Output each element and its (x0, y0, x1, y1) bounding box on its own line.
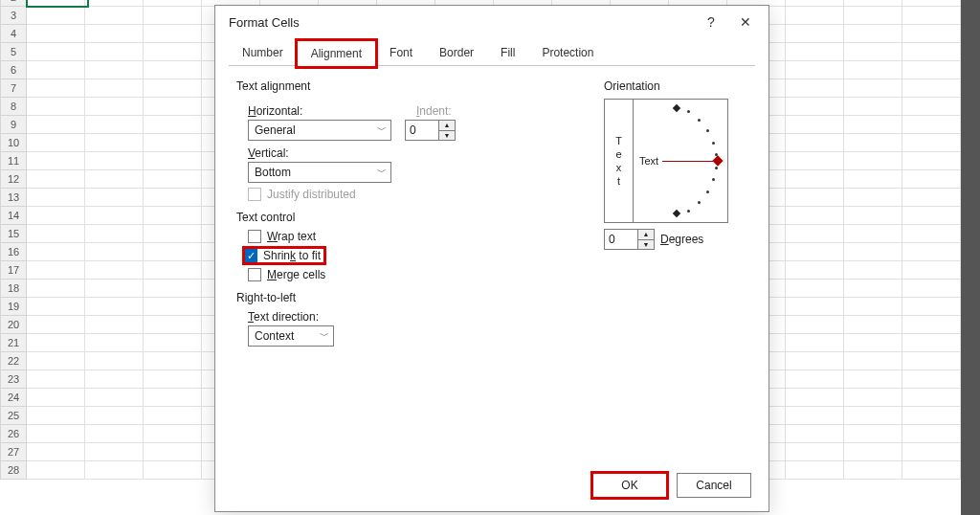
selected-cell-outline (26, 0, 89, 8)
tab-strip: Number Alignment Font Border Fill Protec… (215, 38, 768, 66)
checkbox-icon (248, 268, 261, 281)
checkbox-icon (248, 230, 261, 243)
spin-down-icon[interactable]: ▼ (638, 239, 654, 249)
row-header[interactable]: 15 (0, 225, 27, 243)
tab-protection[interactable]: Protection (528, 40, 607, 66)
spin-up-icon[interactable]: ▲ (638, 230, 654, 239)
row-header[interactable]: 24 (0, 389, 27, 407)
label-shrink-to-fit: Shrink to fit (263, 249, 321, 262)
tab-border[interactable]: Border (426, 40, 487, 66)
close-icon: ✕ (740, 14, 751, 30)
label-wrap-text: Wrap text (267, 230, 316, 243)
label-horizontal: Horizontal: (248, 104, 391, 118)
orientation-line (662, 161, 716, 162)
section-text-alignment: Text alignment (236, 79, 585, 93)
spin-down-icon[interactable]: ▼ (439, 130, 455, 140)
label-degrees: Degrees (660, 233, 703, 246)
label-vertical: Vertical: (248, 146, 585, 160)
label-merge-cells: Merge cells (267, 268, 325, 281)
row-header[interactable]: 14 (0, 207, 27, 225)
row-header[interactable]: 23 (0, 370, 27, 389)
checkbox-merge-cells[interactable]: Merge cells (248, 268, 585, 281)
orientation-vertical-text[interactable]: T e x t (605, 100, 634, 222)
tab-fill[interactable]: Fill (487, 40, 528, 66)
dot-icon (698, 119, 701, 122)
diamond-icon (673, 104, 680, 112)
checkbox-justify-distributed: Justify distributed (248, 188, 585, 201)
dot-icon (706, 129, 709, 132)
combo-text-direction-value: Context (255, 329, 320, 343)
dot-icon (712, 178, 715, 181)
combo-horizontal-value: General (255, 123, 377, 137)
help-button[interactable]: ? (694, 8, 728, 36)
row-header[interactable]: 25 (0, 407, 27, 425)
dialog-titlebar: Format Cells ? ✕ (215, 6, 768, 38)
orientation-dial[interactable]: Text (634, 100, 727, 222)
dot-icon (687, 210, 690, 213)
combo-vertical-value: Bottom (255, 166, 377, 179)
ok-button[interactable]: OK (592, 473, 667, 498)
right-dark-strip (961, 0, 980, 515)
close-button[interactable]: ✕ (728, 8, 763, 36)
dot-icon (715, 167, 718, 169)
row-header[interactable]: 6 (0, 61, 27, 79)
combo-text-direction[interactable]: Context ﹀ (248, 325, 334, 347)
dot-icon (687, 110, 690, 113)
orientation-text-label: Text (639, 155, 658, 167)
format-cells-dialog: Format Cells ? ✕ Number Alignment Font B… (214, 5, 769, 512)
dialog-title: Format Cells (229, 15, 694, 30)
tab-font[interactable]: Font (376, 40, 426, 66)
row-header[interactable]: 8 (0, 98, 27, 116)
row-header[interactable]: 17 (0, 261, 27, 280)
checkbox-icon (248, 188, 261, 201)
row-header[interactable]: 4 (0, 25, 27, 43)
row-header[interactable]: 5 (0, 43, 27, 61)
tab-number[interactable]: Number (229, 40, 297, 66)
chevron-down-icon: ﹀ (377, 166, 387, 179)
spin-up-icon[interactable]: ▲ (439, 121, 455, 130)
row-header[interactable]: 18 (0, 280, 27, 298)
spinner-degrees[interactable]: 0 ▲ ▼ (604, 229, 655, 250)
dot-icon (712, 142, 715, 145)
row-header[interactable]: 2 (0, 0, 27, 7)
row-header[interactable]: 16 (0, 243, 27, 261)
row-header[interactable]: 9 (0, 116, 27, 134)
row-header[interactable]: 3 (0, 7, 27, 25)
row-header[interactable]: 28 (0, 461, 27, 480)
dot-icon (715, 153, 718, 156)
combo-vertical[interactable]: Bottom ﹀ (248, 162, 391, 183)
combo-horizontal[interactable]: General ﹀ (248, 120, 391, 141)
spinner-indent-value: 0 (406, 123, 438, 137)
row-header[interactable]: 13 (0, 189, 27, 207)
row-header[interactable]: 7 (0, 79, 27, 98)
row-header[interactable]: 19 (0, 298, 27, 316)
label-indent: Indent: (416, 104, 456, 118)
orientation-handle[interactable] (712, 155, 723, 166)
spinner-indent[interactable]: 0 ▲ ▼ (405, 120, 456, 141)
help-icon: ? (707, 14, 715, 30)
label-text-direction: Text direction: (248, 310, 585, 324)
section-orientation: Orientation (604, 79, 747, 93)
row-header[interactable]: 11 (0, 152, 27, 170)
row-header[interactable]: 10 (0, 134, 27, 152)
checkbox-shrink-to-fit[interactable]: ✓ Shrink to fit (244, 248, 324, 263)
row-header[interactable]: 26 (0, 425, 27, 443)
tab-alignment[interactable]: Alignment (297, 40, 376, 67)
diamond-icon (673, 210, 680, 217)
row-header[interactable]: 12 (0, 170, 27, 189)
dot-icon (698, 201, 701, 204)
chevron-down-icon: ﹀ (320, 329, 329, 343)
orientation-control[interactable]: T e x t Text (604, 99, 728, 223)
row-headers: 2345678910111213141516171819202122232425… (0, 0, 27, 480)
row-header[interactable]: 27 (0, 443, 27, 461)
row-header[interactable]: 22 (0, 352, 27, 370)
alignment-pane: Text alignment Horizontal: General ﹀ Ind… (215, 66, 768, 356)
section-text-control: Text control (236, 211, 585, 224)
checkbox-wrap-text[interactable]: Wrap text (248, 230, 585, 243)
row-header[interactable]: 20 (0, 316, 27, 334)
chevron-down-icon: ﹀ (377, 123, 387, 137)
cancel-button[interactable]: Cancel (677, 473, 751, 498)
dot-icon (706, 190, 709, 193)
row-header[interactable]: 21 (0, 334, 27, 352)
spinner-degrees-value: 0 (605, 233, 637, 246)
